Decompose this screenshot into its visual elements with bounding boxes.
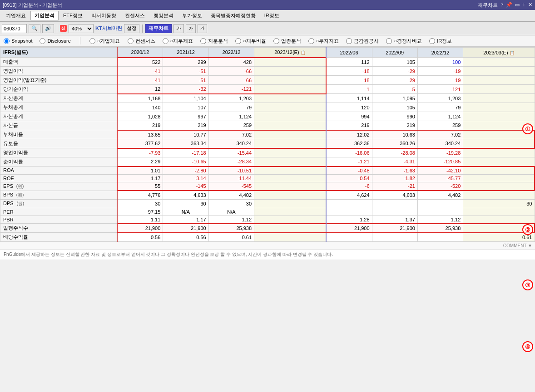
maximize-btn[interactable]: T [522,2,525,9]
radio-compare-label[interactable]: ○경쟁사비교 [394,38,422,44]
radio-consensus[interactable] [128,38,134,44]
radio-sector-group: 업종분석 [273,38,301,44]
radio-disclosure[interactable] [40,38,45,44]
radio-ir-label[interactable]: IR정보 [437,38,452,44]
font-small-btn[interactable]: 가 [198,24,207,33]
radio-consensus-label[interactable]: 컨센서스 [135,38,155,44]
menu-company-analysis[interactable]: 기업분석 [30,11,59,20]
table-row: 부채총계1401077912010579 [0,103,535,112]
radio-fss[interactable] [346,38,352,44]
zoom-select[interactable]: 40% 60% 80% 100% [69,24,94,33]
radio-financial-label[interactable]: ○재무제표 [170,38,193,44]
radio-ir[interactable] [429,38,435,44]
title-bar: [0919] 기업분석 - 기업분석 재무차트 ? 📌 ▭ T ✕ [0,0,535,10]
table-row: EPS (원)55-145-545-6-21-520 [0,182,535,191]
menu-extra[interactable]: 부가정보 [178,11,206,20]
cell-r15-c6: 4,402 [417,191,463,199]
radio-sector[interactable] [273,38,279,44]
radio-equity[interactable] [200,38,206,44]
table-row: PER97.15N/AN/A [0,208,535,216]
cell-r1-c2: -66 [208,67,254,76]
fin-chart-title-btn[interactable]: 재무차트 [478,2,498,9]
cell-r10-c6: -19.28 [417,148,463,157]
cell-r15-c1: 4,633 [163,191,208,199]
menu-research[interactable]: 리서치동향 [87,11,120,20]
radio-fss-label[interactable]: 금감원공시 [354,38,379,44]
pin-btn[interactable]: 📌 [506,2,512,9]
cell-r13-c2: -11.44 [208,174,254,182]
radio-equity-label[interactable]: 지분분석 [208,38,228,44]
help-btn[interactable]: ? [500,2,503,9]
radio-divider [80,37,80,44]
row-label-18: PBR [0,216,117,224]
cell-r18-c1: 1.17 [163,216,208,224]
cell-r17-c7 [463,208,535,216]
table-scroll-area[interactable]: IFRS(별도) 2020/12 2021/12 2022/12 2023/12… [0,47,535,242]
radio-invest[interactable] [308,38,314,44]
cell-r17-c2: N/A [208,208,254,216]
cell-r14-c0: 55 [117,182,163,191]
cell-r16-c6 [417,199,463,208]
cell-r19-c4: 21,900 [326,224,372,233]
radio-finratio-label[interactable]: ○재무비율 [243,38,266,44]
cell-r11-c2: -28.34 [208,157,254,167]
radio-invest-label[interactable]: ○투자지표 [316,38,339,44]
stock-code-input[interactable] [2,24,27,33]
fin-chart-btn[interactable]: 재무차트 [145,24,172,33]
cell-r11-c7 [463,157,535,167]
cell-r1-c0: -41 [117,67,163,76]
radio-sector-label[interactable]: 업종분석 [281,38,301,44]
cell-r12-c0: 1.01 [117,167,163,175]
cell-r10-c7 [463,148,535,157]
col-2022: 2022/12 [208,48,254,58]
cell-r6-c0: 1,028 [117,112,163,121]
cell-r16-c0: 30 [117,199,163,208]
cell-r2-c6: -19 [417,76,463,85]
close-btn[interactable]: ✕ [528,2,532,9]
cell-r17-c0: 97.15 [117,208,163,216]
cell-r4-c6: 1,203 [417,94,463,103]
search-btn[interactable]: 🔍 [29,24,40,33]
comment-label[interactable]: COMMENT ▼ [503,243,532,248]
radio-company[interactable] [89,38,95,44]
cell-r7-c0: 219 [117,121,163,130]
cell-r15-c3 [254,191,326,199]
radio-company-label[interactable]: ○기업개요 [97,38,120,44]
cell-r13-c4: -0.54 [326,174,372,182]
cell-r19-c5: 21,900 [372,224,417,233]
radio-snapshot-label[interactable]: Snapshot [11,38,32,44]
cell-r2-c1: -51 [163,76,208,85]
cell-r11-c4: -1.21 [326,157,372,167]
cell-r0-c3 [254,58,326,67]
radio-snapshot-group: Snapshot [4,38,32,44]
cell-r8-c4: 12.02 [326,130,372,139]
font-large-btn[interactable]: 가 [173,24,184,33]
col-2023e: 2023/12(E) 📋 [254,48,326,58]
radio-compare[interactable] [386,38,392,44]
radio-disclosure-label[interactable]: Disclosure [47,38,70,44]
col-q2023-03e: 2023/03(E) 📋 [463,48,535,58]
radio-financial[interactable] [163,38,168,44]
radio-financial-group: ○재무제표 [163,38,193,44]
minimize-btn[interactable]: ▭ [515,2,520,9]
table-row: 배당수익률0.560.560.610.61 [0,233,535,242]
cell-r9-c3 [254,139,326,148]
speaker-btn[interactable]: 🔊 [42,24,54,33]
cell-r14-c1: -145 [163,182,208,191]
col-2020: 2020/12 [117,48,163,58]
menu-company-overview[interactable]: 기업개요 [2,11,30,20]
cell-r8-c6: 7.02 [417,130,463,139]
cell-r9-c7 [463,139,535,148]
menu-consensus[interactable]: 컨센서스 [121,11,149,20]
menu-ranking[interactable]: 랭킹분석 [149,11,178,20]
menu-etf[interactable]: ETF정보 [59,11,87,20]
cell-r3-c5: -5 [372,85,417,94]
menu-capital[interactable]: 종목별증자예정현황 [207,11,260,20]
font-medium-btn[interactable]: 가 [186,24,196,33]
setting-btn[interactable]: 설정 [124,24,139,33]
cell-r8-c2: 7.02 [208,130,254,139]
radio-finratio[interactable] [235,38,241,44]
menu-ir[interactable]: IR정보 [260,11,283,20]
row-label-1: 영업이익 [0,67,117,76]
radio-snapshot[interactable] [4,38,10,44]
